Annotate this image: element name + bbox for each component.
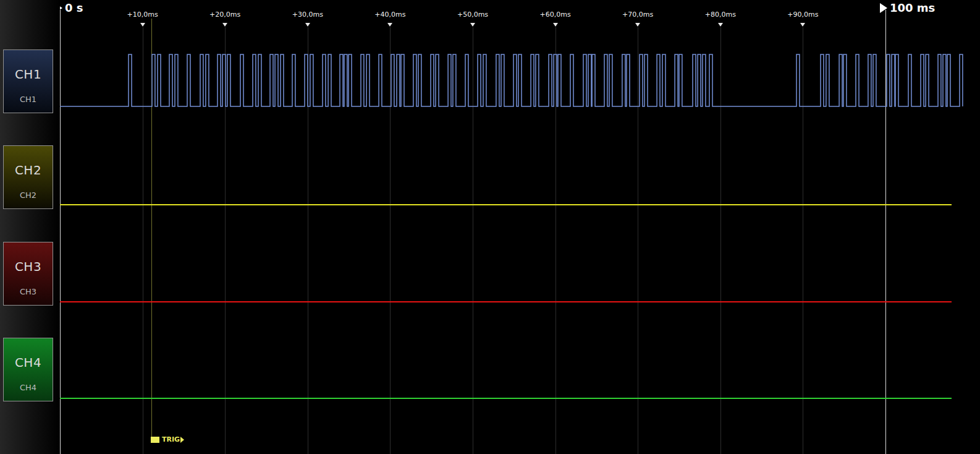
time-tick-label: +50,0ms xyxy=(445,11,501,19)
trigger-label: TRIG xyxy=(162,435,180,443)
time-tick-icon xyxy=(387,23,392,27)
time-tick-icon xyxy=(635,23,640,27)
logic-analyzer-screen: +10,0ms+20,0ms+30,0ms+40,0ms+50,0ms+60,0… xyxy=(0,0,980,454)
time-gridline xyxy=(638,27,638,454)
time-tick-icon xyxy=(140,23,145,27)
channel-button-ch4[interactable]: CH4 CH4 xyxy=(3,338,53,401)
time-tick-icon xyxy=(553,23,558,27)
capture-start-line xyxy=(60,10,61,454)
time-tick-label: +70,0ms xyxy=(610,11,665,19)
waveform-plot[interactable]: +10,0ms+20,0ms+30,0ms+40,0ms+50,0ms+60,0… xyxy=(0,0,980,454)
ch1-waveform xyxy=(60,54,963,106)
channel-label: CH3 xyxy=(4,259,53,274)
capture-start-label: 0 s xyxy=(65,1,83,14)
time-gridline xyxy=(803,27,803,454)
time-tick-icon xyxy=(305,23,310,27)
time-gridline xyxy=(225,27,226,454)
time-tick-label: +20,0ms xyxy=(197,11,253,19)
waveform-layer xyxy=(0,0,980,454)
time-gridline xyxy=(720,27,721,454)
time-gridline xyxy=(473,27,473,454)
trigger-line xyxy=(151,19,152,437)
time-tick-label: +40,0ms xyxy=(362,11,418,19)
channel-label: CH4 xyxy=(4,355,53,370)
trigger-arrow-icon xyxy=(180,437,184,443)
time-tick-icon xyxy=(800,23,805,27)
time-tick-label: +90,0ms xyxy=(775,11,830,19)
channel-sublabel: CH4 xyxy=(4,383,53,392)
time-tick-label: +10,0ms xyxy=(115,11,171,19)
channel-label: CH2 xyxy=(4,163,53,178)
channel-label: CH1 xyxy=(4,67,53,82)
channel-button-ch1[interactable]: CH1 CH1 xyxy=(3,49,53,113)
capture-end-label: 100 ms xyxy=(890,1,935,14)
time-gridline xyxy=(555,27,556,454)
channel-sublabel: CH1 xyxy=(4,95,53,104)
time-tick-label: +60,0ms xyxy=(528,11,583,19)
time-gridline xyxy=(390,27,391,454)
time-gridline xyxy=(143,27,143,454)
channel-sidebar: CH1 CH1 CH2 CH2 CH3 CH3 CH4 CH4 xyxy=(0,0,60,454)
channel-button-ch3[interactable]: CH3 CH3 xyxy=(3,242,53,306)
marker-arrow-icon xyxy=(880,3,887,13)
capture-end-line xyxy=(885,10,886,454)
trigger-marker[interactable]: TRIG xyxy=(151,435,184,443)
time-tick-icon xyxy=(470,23,475,27)
time-gridline xyxy=(308,27,308,454)
channel-sublabel: CH3 xyxy=(4,287,53,296)
channel-button-ch2[interactable]: CH2 CH2 xyxy=(3,145,53,209)
time-tick-label: +30,0ms xyxy=(280,11,336,19)
capture-end-marker[interactable]: 100 ms xyxy=(880,1,935,14)
channel-sublabel: CH2 xyxy=(4,191,53,200)
time-tick-icon xyxy=(222,23,227,27)
time-tick-label: +80,0ms xyxy=(693,11,748,19)
time-tick-icon xyxy=(718,23,723,27)
trigger-flag-icon xyxy=(151,437,159,443)
